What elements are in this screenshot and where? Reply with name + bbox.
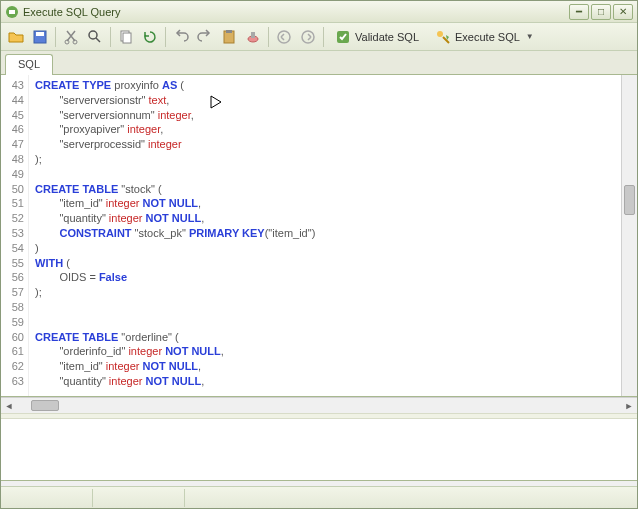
code-line[interactable]: OIDS = False bbox=[35, 270, 621, 285]
tab-sql[interactable]: SQL bbox=[5, 54, 53, 76]
code-line[interactable]: CREATE TABLE "orderline" ( bbox=[35, 330, 621, 345]
line-number: 48 bbox=[1, 152, 24, 167]
line-number: 47 bbox=[1, 137, 24, 152]
validate-icon bbox=[335, 29, 351, 45]
svg-rect-1 bbox=[9, 10, 15, 14]
line-number: 56 bbox=[1, 270, 24, 285]
output-panel[interactable] bbox=[1, 419, 637, 481]
svg-point-6 bbox=[89, 31, 97, 39]
copy-button[interactable] bbox=[115, 26, 137, 48]
save-button[interactable] bbox=[29, 26, 51, 48]
dropdown-icon: ▼ bbox=[526, 32, 534, 41]
svg-point-16 bbox=[437, 31, 443, 37]
code-area[interactable]: CREATE TYPE proxyinfo AS ( "serverversio… bbox=[29, 75, 621, 396]
code-line[interactable]: "proxyapiver" integer, bbox=[35, 122, 621, 137]
toolbar-separator bbox=[165, 27, 166, 47]
line-number: 50 bbox=[1, 182, 24, 197]
line-number: 61 bbox=[1, 344, 24, 359]
code-line[interactable]: WITH ( bbox=[35, 256, 621, 271]
toolbar-separator bbox=[110, 27, 111, 47]
code-line[interactable]: "orderinfo_id" integer NOT NULL, bbox=[35, 344, 621, 359]
vertical-scroll-thumb[interactable] bbox=[624, 185, 635, 215]
scroll-left-icon[interactable]: ◄ bbox=[1, 399, 17, 413]
line-number: 51 bbox=[1, 196, 24, 211]
window-title: Execute SQL Query bbox=[23, 6, 569, 18]
code-editor[interactable]: 4344454647484950515253545556575859606162… bbox=[1, 75, 637, 397]
line-number: 63 bbox=[1, 374, 24, 389]
execute-sql-button[interactable]: Execute SQL ▼ bbox=[428, 26, 541, 48]
code-line[interactable]: "quantity" integer NOT NULL, bbox=[35, 374, 621, 389]
line-number: 62 bbox=[1, 359, 24, 374]
status-cell bbox=[95, 489, 185, 507]
line-number: 58 bbox=[1, 300, 24, 315]
code-line[interactable]: "item_id" integer NOT NULL, bbox=[35, 196, 621, 211]
code-line[interactable]: CONSTRAINT "stock_pk" PRIMARY KEY("item_… bbox=[35, 226, 621, 241]
code-line[interactable] bbox=[35, 167, 621, 182]
code-line[interactable]: ) bbox=[35, 241, 621, 256]
line-number: 57 bbox=[1, 285, 24, 300]
redo-button[interactable] bbox=[194, 26, 216, 48]
execute-sql-label: Execute SQL bbox=[455, 31, 520, 43]
undo-button[interactable] bbox=[170, 26, 192, 48]
line-number: 44 bbox=[1, 93, 24, 108]
svg-rect-8 bbox=[123, 33, 131, 43]
code-line[interactable]: "serverprocessid" integer bbox=[35, 137, 621, 152]
toolbar-separator bbox=[55, 27, 56, 47]
code-line[interactable]: "serverversionnum" integer, bbox=[35, 108, 621, 123]
status-cell bbox=[3, 489, 93, 507]
scroll-right-icon[interactable]: ► bbox=[621, 399, 637, 413]
svg-rect-10 bbox=[226, 30, 232, 33]
execute-icon bbox=[435, 29, 451, 45]
line-number: 53 bbox=[1, 226, 24, 241]
svg-rect-3 bbox=[36, 32, 44, 36]
svg-point-14 bbox=[302, 31, 314, 43]
horizontal-scrollbar[interactable]: ◄ ► bbox=[1, 397, 637, 413]
line-number: 55 bbox=[1, 256, 24, 271]
open-file-button[interactable] bbox=[5, 26, 27, 48]
line-number: 49 bbox=[1, 167, 24, 182]
minimize-button[interactable]: ━ bbox=[569, 4, 589, 20]
validate-sql-label: Validate SQL bbox=[355, 31, 419, 43]
toolbar-separator bbox=[323, 27, 324, 47]
code-line[interactable]: "quantity" integer NOT NULL, bbox=[35, 211, 621, 226]
line-number: 46 bbox=[1, 122, 24, 137]
code-line[interactable]: CREATE TYPE proxyinfo AS ( bbox=[35, 78, 621, 93]
validate-sql-button[interactable]: Validate SQL bbox=[328, 26, 426, 48]
code-line[interactable]: "serverversionstr" text, bbox=[35, 93, 621, 108]
svg-rect-12 bbox=[251, 32, 255, 38]
code-line[interactable]: ); bbox=[35, 285, 621, 300]
history-forward-button[interactable] bbox=[297, 26, 319, 48]
maximize-button[interactable]: □ bbox=[591, 4, 611, 20]
find-button[interactable] bbox=[84, 26, 106, 48]
app-icon bbox=[5, 5, 19, 19]
line-number: 54 bbox=[1, 241, 24, 256]
paste-button[interactable] bbox=[218, 26, 240, 48]
line-number-gutter: 4344454647484950515253545556575859606162… bbox=[1, 75, 29, 396]
code-line[interactable]: CREATE TABLE "stock" ( bbox=[35, 182, 621, 197]
status-bar bbox=[1, 486, 637, 508]
svg-point-13 bbox=[278, 31, 290, 43]
toolbar: Validate SQL Execute SQL ▼ bbox=[1, 23, 637, 51]
refresh-button[interactable] bbox=[139, 26, 161, 48]
line-number: 60 bbox=[1, 330, 24, 345]
code-line[interactable]: ); bbox=[35, 152, 621, 167]
line-number: 45 bbox=[1, 108, 24, 123]
code-line[interactable] bbox=[35, 300, 621, 315]
clear-button[interactable] bbox=[242, 26, 264, 48]
cut-button[interactable] bbox=[60, 26, 82, 48]
code-line[interactable]: "item_id" integer NOT NULL, bbox=[35, 359, 621, 374]
tab-bar: SQL bbox=[1, 51, 637, 75]
history-back-button[interactable] bbox=[273, 26, 295, 48]
vertical-scrollbar[interactable] bbox=[621, 75, 637, 396]
line-number: 52 bbox=[1, 211, 24, 226]
horizontal-scroll-thumb[interactable] bbox=[31, 400, 59, 411]
title-bar: Execute SQL Query ━ □ ✕ bbox=[1, 1, 637, 23]
line-number: 59 bbox=[1, 315, 24, 330]
window-controls: ━ □ ✕ bbox=[569, 4, 633, 20]
close-button[interactable]: ✕ bbox=[613, 4, 633, 20]
code-line[interactable] bbox=[35, 315, 621, 330]
toolbar-separator bbox=[268, 27, 269, 47]
line-number: 43 bbox=[1, 78, 24, 93]
